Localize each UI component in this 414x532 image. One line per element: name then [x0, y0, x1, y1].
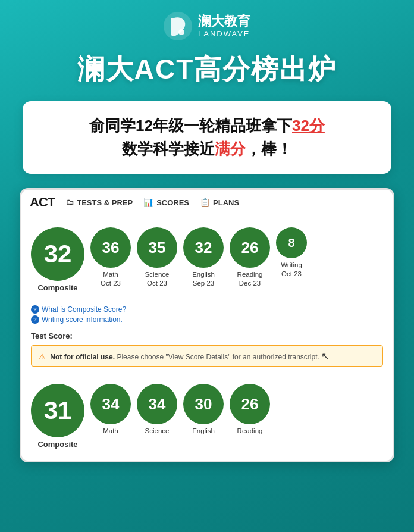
composite-label: Composite: [37, 283, 77, 292]
brand-english: LANDWAVE: [198, 29, 250, 38]
english-score-wrap: 32 English Sep 23: [183, 227, 224, 288]
subtitle-line2: 数学科学接近满分，棒！: [39, 137, 375, 161]
test-score-label: Test Score:: [21, 329, 393, 343]
science-label: Science Oct 23: [145, 270, 170, 288]
reading-score-value: 26: [242, 239, 259, 257]
writing-score-circle: 8: [276, 227, 307, 258]
reading-label: Reading Dec 23: [237, 270, 263, 288]
nav-scores-label: SCORES: [156, 198, 189, 207]
composite2-score-circle: 31: [31, 384, 84, 437]
act-screenshot-card: ACT 🗂 TESTS & PREP 📊 SCORES 📋 PLANS 32 C…: [20, 188, 394, 462]
warning-icon: ⚠: [39, 352, 46, 361]
math2-score-wrap: 34 Math: [90, 384, 131, 436]
tests-icon: 🗂: [65, 198, 74, 207]
info-links: ? What is Composite Score? ? Writing sco…: [21, 301, 393, 329]
math-score-value: 36: [102, 239, 120, 257]
composite-score-circle: 32: [31, 227, 84, 281]
science2-label: Science: [145, 427, 170, 436]
brand-logo-icon: [164, 12, 192, 40]
composite2-label: Composite: [37, 440, 77, 449]
english2-label: English: [192, 427, 215, 436]
nav-plans-label: PLANS: [213, 198, 239, 207]
composite-info-link[interactable]: ? What is Composite Score?: [31, 305, 383, 314]
logo-area: 澜大教育 LANDWAVE: [164, 12, 250, 40]
brand-chinese: 澜大教育: [198, 14, 250, 29]
svg-point-1: [178, 29, 184, 35]
composite2-score-value: 31: [44, 396, 72, 425]
english-score-value: 32: [195, 239, 212, 257]
science2-score-circle: 34: [137, 384, 177, 424]
reading2-label: Reading: [237, 427, 263, 436]
reading2-score-value: 26: [242, 395, 259, 414]
nav-tests-prep[interactable]: 🗂 TESTS & PREP: [65, 198, 133, 207]
writing-score-wrap: 8 Writing Oct 23: [276, 227, 307, 278]
section-divider: [21, 375, 393, 375]
math-score-circle: 36: [90, 227, 131, 268]
science2-score-value: 34: [149, 395, 166, 414]
warning-banner: ⚠ Not for official use. Please choose "V…: [31, 345, 383, 367]
plans-icon: 📋: [200, 198, 210, 207]
cursor-icon: [321, 351, 327, 359]
science-score-wrap: 35 Science Oct 23: [137, 227, 177, 288]
english-label: English Sep 23: [192, 270, 215, 288]
act-nav-bar: ACT 🗂 TESTS & PREP 📊 SCORES 📋 PLANS: [21, 190, 393, 215]
science2-score-wrap: 34 Science: [137, 384, 177, 436]
math2-score-value: 34: [102, 395, 120, 414]
info-icon-1: ?: [31, 305, 39, 314]
english2-score-circle: 30: [183, 384, 224, 424]
math-label: Math Oct 23: [101, 270, 121, 288]
scores-icon: 📊: [143, 198, 153, 207]
math2-score-circle: 34: [90, 384, 131, 424]
warning-bold: Not for official use.: [50, 353, 115, 361]
info-icon-2: ?: [31, 315, 39, 324]
composite-score-value: 32: [44, 240, 72, 268]
writing-score-value: 8: [288, 236, 294, 250]
english-score-circle: 32: [183, 227, 224, 268]
bottom-scores-section: 31 Composite 34 Math 34 Science 30 Engli…: [21, 384, 393, 461]
reading2-score-circle: 26: [230, 384, 270, 424]
reading-score-wrap: 26 Reading Dec 23: [230, 227, 270, 288]
act-logo: ACT: [30, 195, 55, 210]
top-scores-row: 32 Composite 36 Math Oct 23 35: [31, 227, 383, 292]
nav-plans[interactable]: 📋 PLANS: [200, 198, 239, 207]
subtitle-line1: 俞同学12年级一轮精品班拿下32分: [39, 114, 375, 137]
top-scores-section: 32 Composite 36 Math Oct 23 35: [21, 215, 393, 301]
science-score-circle: 35: [137, 227, 177, 268]
writing-label: Writing Oct 23: [281, 261, 302, 278]
english2-score-wrap: 30 English: [183, 384, 224, 436]
math2-label: Math: [103, 427, 118, 436]
composite-score-wrap: 32 Composite: [31, 227, 84, 292]
english2-score-value: 30: [195, 395, 212, 414]
nav-tests-label: TESTS & PREP: [77, 198, 133, 207]
science-score-value: 35: [149, 239, 166, 257]
reading2-score-wrap: 26 Reading: [230, 384, 270, 436]
warning-rest: Please choose "View Score Details" for a…: [117, 353, 319, 361]
composite2-score-wrap: 31 Composite: [31, 384, 84, 449]
nav-scores[interactable]: 📊 SCORES: [143, 198, 189, 207]
subtitle-card: 俞同学12年级一轮精品班拿下32分 数学科学接近满分，棒！: [23, 101, 391, 174]
math-score-wrap: 36 Math Oct 23: [90, 227, 131, 288]
page-title: 澜大ACT高分榜出炉: [77, 51, 337, 88]
reading-score-circle: 26: [230, 227, 270, 268]
brand-name: 澜大教育 LANDWAVE: [198, 14, 250, 37]
writing-info-link[interactable]: ? Writing score information.: [31, 315, 383, 324]
